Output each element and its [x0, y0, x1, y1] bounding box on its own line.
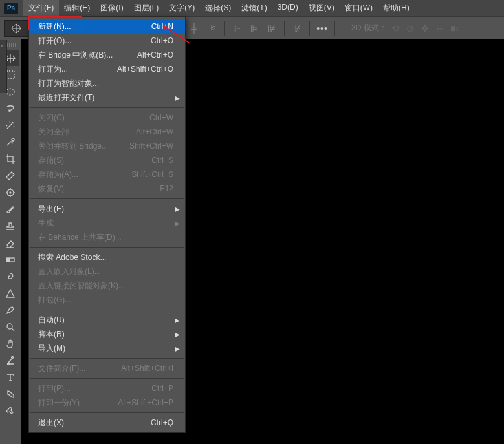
tool-spot[interactable] — [2, 185, 19, 200]
distribute-h2-icon[interactable]: ⊫ — [247, 21, 262, 36]
menu-entry-shortcut: Ctrl+W — [149, 113, 173, 122]
menu-entry-label: 恢复(V) — [38, 184, 160, 195]
tool-type[interactable] — [2, 370, 19, 385]
menu-item-4[interactable]: 文字(Y) — [164, 0, 200, 16]
menu-item-2[interactable]: 图像(I) — [95, 0, 128, 16]
menu-item-0[interactable]: 文件(F) — [23, 0, 59, 16]
menu-entry-label: 置入链接的智能对象(K)... — [38, 280, 173, 291]
menu-entry[interactable]: 最近打开文件(T)▶ — [29, 90, 185, 105]
tool-magic-wand[interactable] — [2, 118, 19, 133]
menu-item-1[interactable]: 编辑(E) — [59, 0, 95, 16]
menu-separator — [30, 310, 184, 310]
distribute-h-icon[interactable]: ⊪ — [229, 21, 245, 36]
menu-entry: 恢复(V)F12 — [29, 182, 185, 196]
menu-separator — [30, 107, 184, 108]
menu-entry[interactable]: 退出(X)Ctrl+Q — [29, 416, 185, 430]
menu-entry-label: 退出(X) — [38, 418, 151, 428]
menu-item-3[interactable]: 图层(L) — [129, 0, 164, 16]
menu-entry-shortcut: Alt+Shift+Ctrl+I — [121, 364, 173, 373]
menu-entry[interactable]: 导出(E)▶ — [29, 202, 185, 216]
app-logo: Ps — [4, 3, 18, 14]
tool-pen[interactable] — [2, 302, 19, 318]
separator — [309, 21, 310, 36]
menu-entry-shortcut: Shift+Ctrl+W — [129, 142, 173, 151]
align-bottom-icon[interactable]: ⫡ — [204, 21, 219, 36]
menu-entry[interactable]: 导入(M)▶ — [29, 341, 185, 355]
menu-item-10[interactable]: 帮助(H) — [378, 0, 415, 16]
menu-entry: 生成▶ — [29, 216, 185, 230]
distribute-v2-icon[interactable]: ⊮ — [289, 21, 305, 36]
tool-triangle[interactable] — [2, 286, 19, 301]
pan-3d-icon[interactable]: ✥ — [419, 22, 432, 35]
submenu-arrow-icon: ▶ — [175, 94, 180, 101]
menu-separator — [30, 412, 184, 413]
menu-entry[interactable]: 脚本(R)▶ — [29, 327, 185, 341]
menu-item-8[interactable]: 视图(V) — [303, 0, 340, 16]
menu-entry: 存储为(A)...Shift+Ctrl+S — [29, 167, 185, 182]
submenu-arrow-icon: ▶ — [175, 220, 180, 227]
menu-entry[interactable]: 搜索 Adobe Stock... — [29, 250, 185, 264]
tool-brush[interactable] — [2, 202, 19, 217]
menu-entry[interactable]: 打开为智能对象... — [29, 76, 185, 90]
slide-3d-icon[interactable]: ↔ — [433, 22, 446, 35]
menu-entry-label: 关闭全部 — [38, 127, 136, 138]
tool-healing-brush[interactable] — [2, 134, 19, 150]
menu-item-6[interactable]: 滤镜(T) — [236, 0, 272, 16]
svg-rect-0 — [6, 71, 14, 79]
roll-3d-icon[interactable]: ⊙ — [404, 22, 417, 35]
menu-entry-shortcut: Ctrl+N — [151, 22, 173, 31]
more-options-icon[interactable]: ••• — [314, 21, 330, 36]
menu-entry-label: 打包(G)... — [38, 295, 173, 306]
distribute-v-icon[interactable]: ⊯ — [264, 21, 279, 36]
menu-entry-label: 打开(O)... — [38, 36, 151, 47]
tool-ruler[interactable] — [2, 168, 19, 184]
separator — [334, 21, 335, 36]
tool-magnify[interactable] — [2, 319, 19, 335]
tool-path[interactable] — [2, 353, 19, 368]
tool-gradient[interactable] — [2, 252, 19, 268]
svg-point-1 — [6, 89, 14, 95]
separator — [224, 21, 225, 36]
orbit-3d-icon[interactable]: ⟲ — [389, 22, 402, 35]
tool-crop[interactable] — [2, 151, 19, 167]
menu-entry: 存储(S)Ctrl+S — [29, 153, 185, 167]
tool-shape[interactable] — [2, 386, 19, 402]
expand-arrows-icon[interactable]: » — [1, 43, 3, 49]
submenu-arrow-icon: ▶ — [175, 317, 180, 324]
svg-rect-6 — [6, 258, 10, 262]
menu-entry[interactable]: 新建(N)...Ctrl+N — [29, 19, 185, 34]
menu-entry-shortcut: Alt+Ctrl+W — [136, 127, 173, 136]
zoom-3d-icon[interactable]: ■‹ — [448, 22, 461, 35]
menu-item-7[interactable]: 3D(D) — [272, 0, 303, 16]
menu-entry-label: 导入(M) — [38, 343, 173, 354]
menu-item-9[interactable]: 窗口(W) — [340, 0, 378, 16]
menu-item-5[interactable]: 选择(S) — [200, 0, 236, 16]
menu-entry[interactable]: 自动(U)▶ — [29, 313, 185, 327]
submenu-arrow-icon: ▶ — [175, 345, 180, 352]
menu-entry[interactable]: 在 Bridge 中浏览(B)...Alt+Ctrl+O — [29, 48, 185, 62]
menu-separator — [30, 358, 184, 359]
menu-entry: 关闭并转到 Bridge...Shift+Ctrl+W — [29, 139, 185, 153]
menu-separator — [30, 247, 184, 248]
tool-eraser[interactable] — [2, 235, 19, 251]
tool-preset-button[interactable] — [4, 20, 28, 37]
menu-entry-label: 关闭(C) — [38, 112, 149, 123]
tool-hand[interactable] — [2, 336, 19, 352]
menu-bar: Ps 文件(F)编辑(E)图像(I)图层(L)文字(Y)选择(S)滤镜(T)3D… — [0, 0, 504, 16]
menu-entry-shortcut: Shift+Ctrl+S — [131, 170, 173, 179]
menu-entry-shortcut: Alt+Shift+Ctrl+P — [118, 398, 173, 407]
menu-entry-label: 存储(S) — [38, 155, 151, 166]
menu-entry-label: 打印一份(Y) — [38, 397, 118, 408]
menu-entry: 在 Behance 上共享(D)... — [29, 230, 185, 244]
file-menu-dropdown: 新建(N)...Ctrl+N打开(O)...Ctrl+O在 Bridge 中浏览… — [28, 16, 186, 433]
tool-stamp[interactable] — [2, 218, 19, 234]
menu-entry-label: 脚本(R) — [38, 329, 173, 340]
menu-entry[interactable]: 打开为...Alt+Shift+Ctrl+O — [29, 62, 185, 76]
align-middle-icon[interactable]: ╪ — [186, 21, 202, 36]
menu-entry[interactable]: 打开(O)...Ctrl+O — [29, 34, 185, 48]
tool-lasso[interactable] — [2, 101, 19, 116]
menu-entry-shortcut: Ctrl+Q — [151, 418, 173, 427]
tool-smudge[interactable] — [2, 269, 19, 284]
menu-entry-shortcut: Alt+Shift+Ctrl+O — [117, 65, 173, 74]
tool-wrench[interactable] — [2, 403, 19, 419]
